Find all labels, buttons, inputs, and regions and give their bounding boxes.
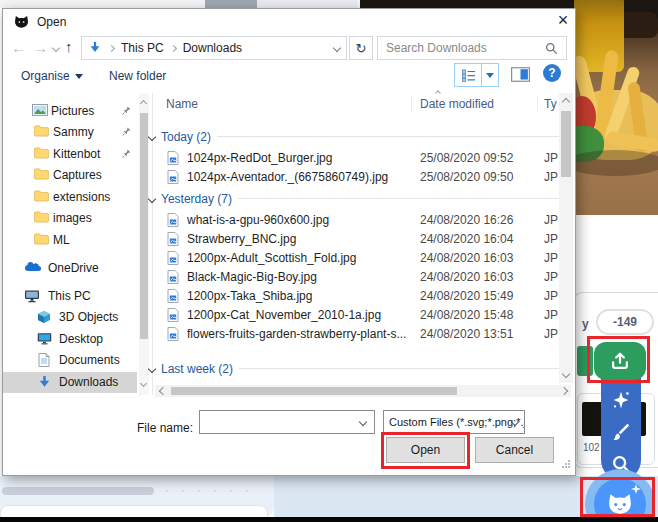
file-name: 1200px-Cat_November_2010-1a.jpg [187, 308, 381, 322]
sidebar-label: This PC [48, 289, 91, 304]
open-annotation-box [381, 432, 470, 469]
group-label: Yesterday (7) [161, 192, 232, 206]
file-row[interactable]: 1024px-RedDot_Burger.jpg 25/08/2020 09:5… [155, 149, 571, 168]
breadcrumb-this-pc[interactable]: This PC [121, 41, 164, 55]
file-name: 1024px-RedDot_Burger.jpg [187, 151, 332, 165]
file-name-dropdown-icon[interactable] [359, 418, 367, 426]
group-header-last-week[interactable]: Last week (2) [147, 359, 567, 378]
monitor-icon [24, 289, 40, 303]
sidebar-item-3d-objects[interactable]: 3D Objects [3, 307, 137, 328]
horizontal-scrollbar-pill[interactable] [2, 487, 154, 495]
up-arrow-icon[interactable]: ↑ [65, 38, 73, 55]
column-separator[interactable] [411, 95, 412, 113]
sidebar-item-ml[interactable]: ML [3, 230, 137, 251]
close-icon[interactable]: × [549, 9, 577, 33]
file-type-combo[interactable]: Custom Files (*.svg;*.png;*.jpg; [383, 410, 525, 434]
sparkle-icon[interactable] [610, 389, 632, 411]
file-name-combo[interactable] [199, 410, 375, 434]
file-date: 24/08/2020 15:48 [420, 308, 530, 322]
column-header-name[interactable]: Name [166, 97, 198, 111]
file-name: Strawberry_BNC.jpg [187, 232, 296, 246]
group-chevron-icon[interactable] [148, 132, 156, 140]
file-row[interactable]: Black-Magic-Big-Boy.jpg 24/08/2020 16:03… [155, 268, 571, 287]
pin-icon [122, 149, 131, 158]
image-file-icon [167, 270, 179, 284]
file-name: 1024px-Aventador._(6675860749).jpg [187, 170, 388, 184]
group-chevron-icon[interactable] [148, 194, 156, 202]
sidebar-item-kittenbot[interactable]: Kittenbot [3, 144, 137, 165]
back-arrow-icon[interactable]: ← [11, 39, 26, 56]
forward-arrow-icon[interactable]: → [33, 39, 48, 56]
recent-locations-chevron-icon[interactable] [52, 44, 60, 52]
folder-icon [34, 125, 49, 137]
group-rule [239, 368, 563, 369]
file-row[interactable]: 1200px-Cat_November_2010-1a.jpg 24/08/20… [155, 306, 571, 325]
cancel-button[interactable]: Cancel [475, 437, 554, 463]
resize-grip[interactable] [561, 459, 571, 469]
file-date: 24/08/2020 16:26 [420, 213, 530, 227]
sidebar-item-downloads[interactable]: Downloads [3, 372, 137, 393]
sidebar-scrollbar-thumb[interactable] [140, 113, 148, 339]
download-arrow-icon [37, 375, 52, 390]
sidebar-label: Kittenbot [53, 147, 100, 162]
address-dropdown-chevron-icon[interactable] [333, 44, 341, 52]
new-folder-button[interactable]: New folder [109, 69, 166, 83]
group-chevron-icon[interactable] [148, 364, 156, 372]
folder-icon [34, 147, 49, 159]
bottom-black-bar [0, 517, 658, 522]
file-row[interactable]: 1200px-Taka_Shiba.jpg 24/08/2020 15:49 J… [155, 287, 571, 306]
sidebar-item-onedrive[interactable]: OneDrive [3, 258, 137, 279]
file-row[interactable]: 1024px-Aventador._(6675860749).jpg 25/08… [155, 168, 571, 187]
upload-annotation-box [587, 336, 650, 383]
sidebar-label: extensions [53, 190, 110, 205]
y-coordinate-input[interactable]: -149 [596, 309, 654, 335]
screen: { "background": { "stage_panel": { "y_la… [0, 0, 658, 522]
sidebar-item-extensions[interactable]: extensions [3, 187, 137, 208]
brush-icon[interactable] [610, 421, 632, 443]
search-box[interactable]: Search Downloads [377, 36, 567, 60]
search-icon[interactable] [545, 42, 558, 55]
organise-button[interactable]: Organise [21, 69, 83, 83]
view-mode-button[interactable] [454, 63, 482, 87]
organise-dropdown-icon [75, 74, 83, 79]
folder-icon [34, 190, 49, 202]
open-dialog: Open × ← → ↑ This PC Downloads ↻ Search … [2, 8, 576, 476]
list-scrollbar-thumb[interactable] [561, 111, 571, 177]
sidebar-item-images[interactable]: images [3, 208, 137, 229]
cat-annotation-box [580, 477, 655, 517]
column-header-type[interactable]: Ty [544, 97, 557, 111]
file-name-input[interactable] [202, 413, 354, 431]
breadcrumb-downloads[interactable]: Downloads [183, 41, 242, 55]
group-header-today[interactable]: Today (2) [147, 127, 567, 146]
sidebar-item-this-pc[interactable]: This PC [3, 286, 137, 307]
background-top-shape [205, 0, 257, 8]
file-name: flowers-fruits-garden-strawberry-plant-s… [187, 327, 406, 341]
bottom-card [0, 505, 268, 517]
sidebar-item-captures[interactable]: Captures [3, 165, 137, 186]
help-button[interactable]: ? [543, 64, 561, 82]
refresh-button[interactable]: ↻ [349, 36, 373, 60]
file-row[interactable]: 1200px-Adult_Scottish_Fold.jpg 24/08/202… [155, 249, 571, 268]
sidebar-label: Documents [59, 353, 120, 368]
column-separator[interactable] [537, 95, 538, 113]
list-h-scrollbar-thumb[interactable] [171, 387, 457, 395]
sidebar-item-desktop[interactable]: Desktop [3, 329, 137, 350]
address-bar[interactable]: This PC Downloads [81, 36, 347, 60]
preview-pane-icon[interactable] [511, 67, 530, 82]
folder-icon [34, 233, 49, 245]
sidebar-label: images [53, 211, 92, 226]
file-row[interactable]: Strawberry_BNC.jpg 24/08/2020 16:04 JP [155, 230, 571, 249]
file-row[interactable]: flowers-fruits-garden-strawberry-plant-s… [155, 325, 571, 344]
cancel-button-label: Cancel [496, 443, 533, 457]
group-header-yesterday[interactable]: Yesterday (7) [147, 189, 567, 208]
column-header-date-modified[interactable]: Date modified [420, 97, 494, 111]
sidebar-item-sammy[interactable]: Sammy [3, 122, 137, 143]
view-mode-dropdown[interactable] [481, 63, 499, 87]
breadcrumb-separator-icon [108, 44, 115, 51]
downloads-location-icon [88, 41, 102, 55]
photo-shadow [565, 150, 658, 176]
sidebar-item-pictures[interactable]: Pictures [3, 101, 137, 122]
view-dropdown-icon [486, 73, 494, 78]
file-row[interactable]: what-is-a-gpu-960x600.jpg 24/08/2020 16:… [155, 211, 571, 230]
sidebar-item-documents[interactable]: Documents [3, 350, 137, 371]
